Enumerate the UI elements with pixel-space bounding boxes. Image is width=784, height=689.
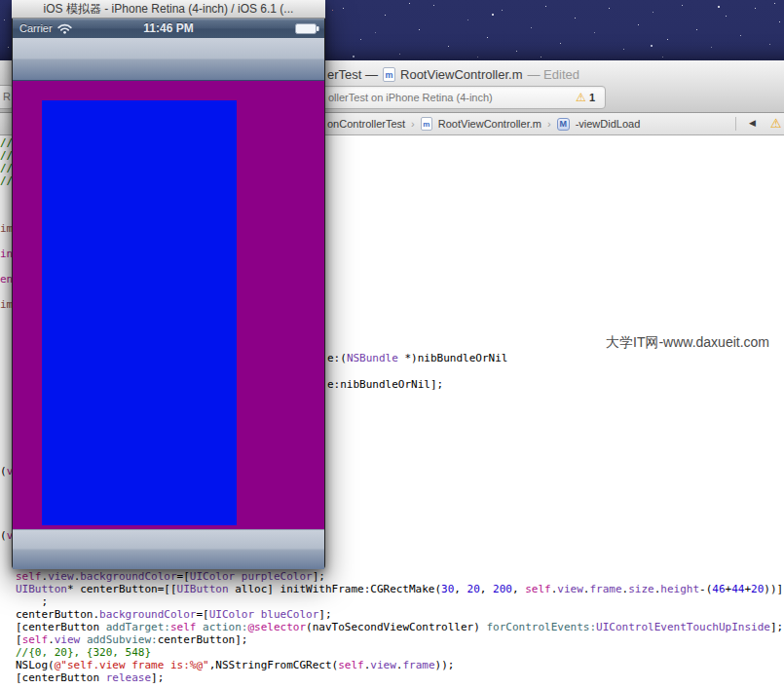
code-line: e:(NSBundle *)nibBundleOrNil <box>327 352 507 364</box>
watermark-text: 大学IT网-www.daxueit.com <box>606 334 769 352</box>
navigation-bar <box>13 38 324 81</box>
xcode-window-title: erTest — m RootViewController.m — Edited <box>327 67 579 82</box>
breadcrumb: onControllerTest › m RootViewController.… <box>327 117 640 131</box>
starfield-bright <box>0 0 2 2</box>
window-title-edited: — Edited <box>528 67 579 82</box>
code-line: //{0, 20}, {320, 548} <box>16 646 151 659</box>
warning-count: 1 <box>589 92 595 103</box>
code-line: centerButton.backgroundColor=[UIColor bl… <box>16 608 332 621</box>
toolbar-fragment-label: R <box>3 91 11 102</box>
breadcrumb-item-project[interactable]: onControllerTest <box>327 118 405 130</box>
battery-icon <box>295 23 319 34</box>
back-arrow-icon[interactable]: ◀ <box>749 118 756 128</box>
code-line: self.view.backgroundColor=[UIColor purpl… <box>16 570 325 583</box>
code-line: e:nibBundleOrNil]; <box>327 378 443 391</box>
simulator-window: iOS 模拟器 - iPhone Retina (4-inch) / iOS 6… <box>12 0 325 569</box>
bottom-toolbar <box>13 529 324 569</box>
method-icon: M <box>557 118 570 131</box>
simulator-title: iOS 模拟器 - iPhone Retina (4-inch) / iOS 6… <box>44 1 294 18</box>
breadcrumb-item-method[interactable]: -viewDidLoad <box>576 118 641 130</box>
center-button[interactable] <box>42 100 237 525</box>
code-line: UIButton* centerButton=[[UIButton alloc]… <box>16 583 783 595</box>
code-line: [centerButton addTarget:self action:@sel… <box>16 621 783 633</box>
chevron-separator-icon: › <box>411 118 415 130</box>
warning-counter[interactable]: ⚠ 1 <box>576 91 595 104</box>
code-line: ; <box>16 595 48 608</box>
window-title-prefix: erTest — <box>327 67 378 82</box>
warning-icon: ⚠ <box>576 91 586 104</box>
activity-status-text: ollerTest on iPhone Retina (4-inch) <box>328 92 493 103</box>
ios-status-bar: Carrier 11:46 PM <box>13 19 324 38</box>
simulator-screen: Carrier 11:46 PM <box>13 19 324 569</box>
issue-warning-icon[interactable]: ⚠ <box>770 116 782 131</box>
code-line: NSLog(@"self.view frame is:%@",NSStringF… <box>16 659 454 671</box>
desktop: R erTest — m RootViewController.m — Edit… <box>0 0 784 689</box>
app-root-view <box>13 81 324 529</box>
file-m-icon: m <box>383 67 395 82</box>
breadcrumb-item-file[interactable]: RootViewController.m <box>438 118 541 130</box>
activity-viewer: ollerTest on iPhone Retina (4-inch) ⚠ 1 <box>292 86 606 109</box>
jumpbar-divider <box>735 117 736 131</box>
clock-label: 11:46 PM <box>13 21 324 35</box>
code-line: [self.view addSubview:centerButton]; <box>16 633 247 646</box>
code-line: [centerButton release]; <box>16 671 164 684</box>
simulator-titlebar[interactable]: iOS 模拟器 - iPhone Retina (4-inch) / iOS 6… <box>12 0 325 19</box>
chevron-separator-icon: › <box>547 118 551 130</box>
file-m-icon: m <box>421 117 432 131</box>
window-title-filename: RootViewController.m <box>400 67 522 82</box>
